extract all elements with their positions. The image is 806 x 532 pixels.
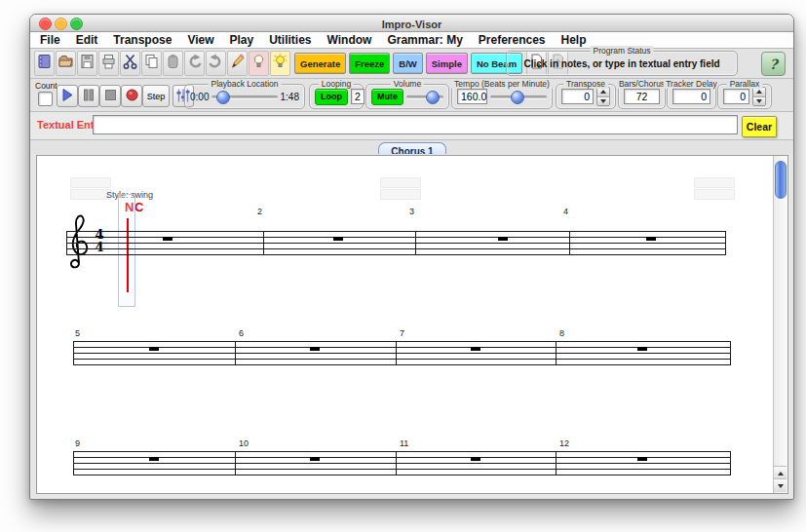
tempo-slider[interactable] (490, 95, 547, 98)
whole-rest-icon[interactable] (498, 237, 508, 241)
parallax-spinner[interactable] (752, 87, 766, 106)
cut-button[interactable] (120, 51, 140, 76)
lightbulb-icon (250, 53, 267, 74)
menu-help[interactable]: Help (561, 33, 587, 47)
program-status-title: Program Status (590, 46, 653, 56)
tempo-slider-thumb[interactable] (511, 91, 524, 104)
barline (73, 451, 74, 475)
step-button[interactable]: Step (142, 85, 170, 107)
menu-edit[interactable]: Edit (76, 33, 98, 47)
count-checkbox[interactable] (38, 92, 53, 106)
menu-file[interactable]: File (40, 33, 60, 47)
staff-line (66, 231, 725, 232)
transpose-field[interactable]: 0 (561, 89, 594, 104)
bars-chorus-field[interactable]: 72 (624, 89, 660, 104)
pause-button[interactable] (78, 85, 99, 107)
menu-preferences[interactable]: Preferences (479, 33, 546, 47)
question-mark-icon: ? (769, 57, 777, 72)
draw-button[interactable] (227, 51, 248, 76)
generate-button[interactable]: Generate (294, 53, 346, 74)
staff-line (73, 457, 730, 458)
volume-slider-thumb[interactable] (426, 91, 440, 104)
tempo-group: Tempo (Beats per Minute) 160.0 (451, 84, 553, 109)
textual-entry-input[interactable] (93, 115, 738, 134)
new-leadsheet-button[interactable] (34, 51, 55, 76)
menu-utilities[interactable]: Utilities (269, 33, 311, 47)
whole-rest-icon[interactable] (471, 457, 480, 461)
menu-window[interactable]: Window (327, 33, 372, 47)
redo-button[interactable] (206, 51, 226, 76)
count-label: Count (35, 81, 58, 91)
loop-count-field[interactable]: 2 (351, 89, 365, 104)
clear-button[interactable]: Clear (742, 116, 777, 137)
whole-rest-icon[interactable] (310, 457, 320, 461)
staff-line (73, 463, 730, 464)
simple-button[interactable]: Simple (426, 53, 468, 74)
barline (415, 231, 416, 255)
help-button[interactable]: ? (761, 52, 786, 76)
whole-rest-icon[interactable] (471, 347, 480, 351)
zoom-button[interactable] (70, 18, 83, 30)
tracker-delay-field[interactable]: 0 (672, 89, 710, 104)
whole-rest-icon[interactable] (637, 457, 647, 461)
parallax-field[interactable]: 0 (723, 89, 749, 104)
scroll-up-button[interactable] (774, 466, 787, 479)
barline (730, 451, 731, 475)
menu-transpose[interactable]: Transpose (113, 33, 172, 47)
stop-icon (103, 88, 117, 104)
menu-play[interactable]: Play (230, 33, 254, 47)
freeze-button[interactable]: Freeze (349, 53, 390, 74)
tempo-title: Tempo (Beats per Minute) (451, 79, 553, 89)
chord-placeholder-box (694, 177, 735, 188)
bw-button[interactable]: B/W (393, 53, 422, 74)
tracker-delay-group: Tracker Delay 0 (667, 84, 716, 109)
undo-button[interactable] (184, 51, 205, 76)
transpose-title: Transpose (563, 79, 608, 89)
whole-rest-icon[interactable] (149, 457, 159, 461)
whole-rest-icon[interactable] (637, 347, 647, 351)
spinner-up-icon (600, 90, 606, 94)
staff-line (66, 254, 725, 255)
volume-group: Volume Mute (365, 84, 449, 109)
loop-button[interactable]: Loop (315, 89, 348, 105)
score-panel[interactable]: Style: swing NC 4 4 23456789101112 (36, 155, 788, 494)
whole-rest-icon[interactable] (310, 347, 320, 351)
whole-rest-icon[interactable] (333, 237, 343, 241)
whole-rest-icon[interactable] (646, 237, 656, 241)
whole-rest-icon[interactable] (163, 237, 173, 241)
scrollbar-thumb[interactable] (775, 161, 787, 199)
score-scrollbar[interactable] (773, 156, 787, 493)
stop-button[interactable] (99, 85, 121, 107)
copy-button[interactable] (141, 51, 162, 76)
close-button[interactable] (39, 18, 52, 30)
tempo-field[interactable]: 160.0 (457, 89, 487, 104)
advice-button[interactable] (249, 51, 269, 76)
transpose-group: Transpose 0 (556, 84, 616, 109)
step-label: Step (147, 92, 166, 101)
record-button[interactable] (121, 85, 142, 107)
menu-grammar[interactable]: Grammar: My (387, 33, 462, 47)
playback-slider[interactable] (211, 95, 277, 98)
title-bar[interactable]: Impro-Visor (30, 15, 793, 32)
save-leadsheet-button[interactable] (77, 51, 97, 76)
play-button[interactable] (57, 85, 78, 107)
transpose-spinner[interactable] (596, 87, 610, 106)
playback-slider-thumb[interactable] (216, 91, 230, 104)
minimize-button[interactable] (55, 18, 67, 30)
mute-button[interactable]: Mute (371, 89, 403, 105)
chord-placeholder-box (694, 189, 735, 200)
score-area: Style: swing NC 4 4 23456789101112 (30, 154, 793, 499)
scroll-down-button[interactable] (774, 478, 787, 492)
volume-slider[interactable] (406, 95, 443, 98)
paste-button[interactable] (163, 51, 183, 76)
whole-rest-icon[interactable] (149, 347, 159, 351)
menu-bar: File Edit Transpose View Play Utilities … (30, 32, 793, 49)
clipboard-icon (165, 53, 181, 74)
menu-view[interactable]: View (187, 33, 213, 47)
open-leadsheet-button[interactable] (56, 51, 76, 76)
advice-lit-button[interactable] (270, 51, 290, 76)
parallax-group: Parallax 0 (717, 84, 772, 109)
lightbulb-lit-icon (272, 53, 288, 74)
barline (263, 231, 264, 255)
print-button[interactable] (98, 51, 119, 76)
